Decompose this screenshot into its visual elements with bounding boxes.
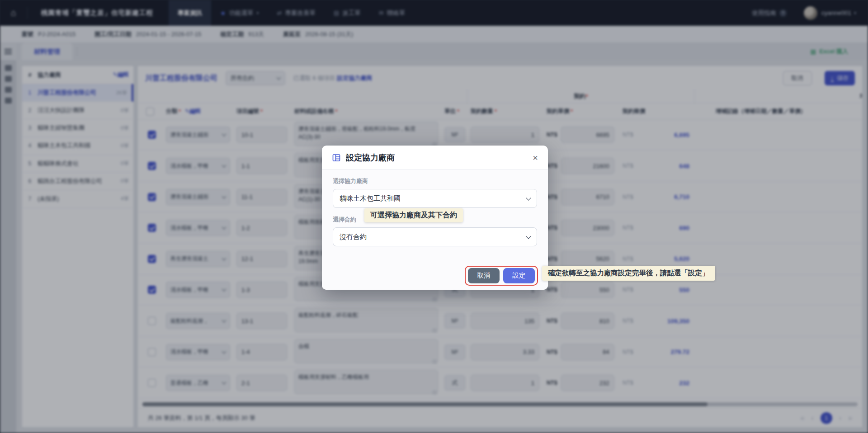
contract-tooltip: 可選擇協力廠商及其下合約 — [364, 208, 463, 222]
chevron-down-icon — [526, 234, 531, 239]
modal-header: 設定協力廠商 × — [322, 146, 548, 170]
modal-confirm-button[interactable]: 設定 — [503, 268, 535, 283]
modal-cancel-button[interactable]: 取消 — [468, 268, 500, 283]
contract-select[interactable]: 沒有合約 — [333, 227, 537, 246]
annotation-highlight-box: 取消 設定 — [465, 266, 538, 286]
modal-footer: 取消 設定 — [322, 261, 548, 290]
confirm-tooltip: 確定欲轉至之協力廠商設定完畢後，請點選「設定」 — [542, 266, 715, 281]
screen: ⌂ 桃園青埔「寰璽之居」住宅新建工程 專案資訊 ★ 功能選單 ▾ ⇄ 專案改善單… — [0, 0, 868, 433]
vendor-select[interactable]: 貓咪土木包工共和國 — [333, 189, 537, 208]
chevron-down-icon — [526, 195, 531, 200]
close-icon[interactable]: × — [533, 153, 538, 162]
modal-title: 設定協力廠商 — [346, 152, 533, 163]
building-icon — [332, 153, 341, 162]
vendor-select-label: 選擇協力廠商 — [333, 177, 537, 185]
